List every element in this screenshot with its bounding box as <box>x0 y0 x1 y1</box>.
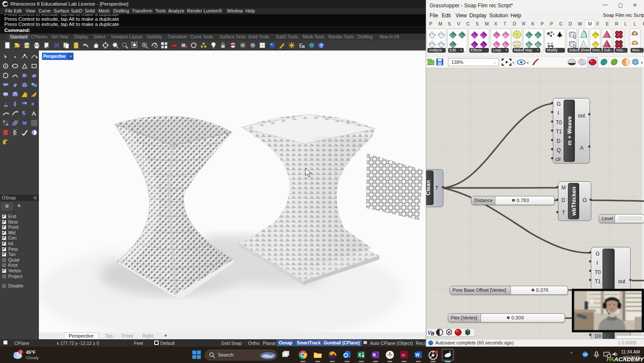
svg-text:⌄: ⌄ <box>493 60 496 64</box>
svg-text:Id: Id <box>402 353 405 357</box>
svg-text:B: B <box>431 331 434 336</box>
svg-text:N: N <box>373 353 376 357</box>
svg-text:▾: ▾ <box>641 61 643 65</box>
svg-text:138%: 138% <box>451 60 463 65</box>
svg-text:▾: ▾ <box>513 61 514 65</box>
svg-text:▾: ▾ <box>527 61 529 65</box>
svg-text:8: 8 <box>449 351 451 354</box>
svg-text:X: X <box>358 353 361 357</box>
svg-text:2: 2 <box>20 350 22 354</box>
svg-text:?: ? <box>320 43 323 48</box>
svg-text:W: W <box>415 353 420 357</box>
